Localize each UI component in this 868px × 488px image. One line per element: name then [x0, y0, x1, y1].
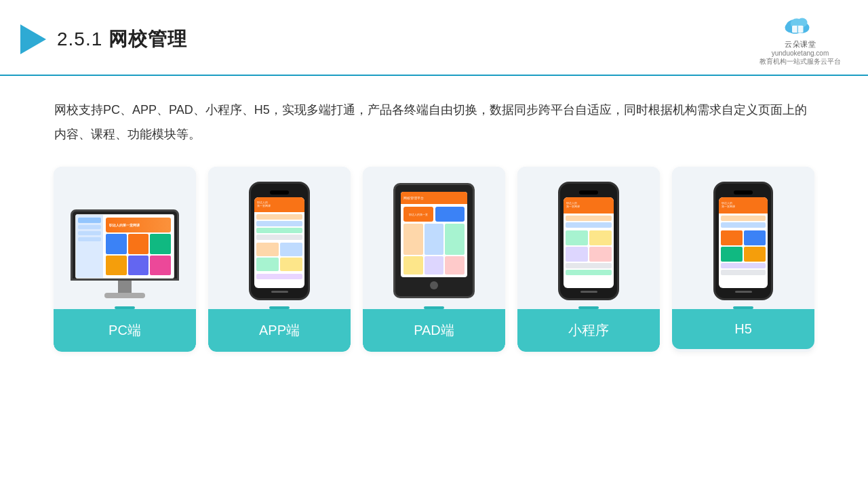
phone-row-h3: [721, 263, 766, 268]
phone-mockup-app: 职达人的第一堂网课: [249, 182, 310, 300]
card-h5: 职达人的第一堂网课: [672, 167, 814, 352]
monitor-mockup: 职达人的第一堂网课: [67, 183, 182, 298]
logo-url: yunduoketang.com: [772, 49, 829, 57]
phone-row-m3: [566, 263, 612, 268]
phone-row-m1: [566, 216, 612, 221]
phone-screen-mini: 职达人的第一堂网课: [564, 197, 614, 288]
monitor-screen-wrap: 职达人的第一堂网课: [71, 209, 179, 281]
tablet-home-button: [430, 281, 438, 289]
phone-row-m4: [566, 270, 612, 275]
card-h5-label: H5: [672, 309, 814, 349]
card-app-image: 职达人的第一堂网课: [208, 167, 351, 309]
phone-row-3: [256, 228, 302, 233]
logo-cloud-icon: [780, 12, 821, 38]
monitor-stand: [118, 281, 132, 293]
phone-row-h2: [721, 222, 766, 228]
phone-content-h5: [719, 214, 768, 288]
phone-row-m2: [566, 222, 612, 228]
phone-header-text-h5: 职达人的第一堂网课: [722, 202, 735, 209]
card-app-label: APP端: [208, 309, 351, 352]
tablet-header-text: 网校管理平台: [403, 196, 424, 200]
card-miniprogram-image: 职达人的第一堂网课: [517, 167, 660, 309]
monitor-screen: 职达人的第一堂网课: [75, 214, 174, 279]
play-icon: [20, 24, 46, 54]
phone-mockup-mini: 职达人的第一堂网课: [558, 182, 619, 300]
card-app: 职达人的第一堂网课: [208, 167, 351, 352]
phone-row-2: [256, 221, 302, 226]
tablet-mockup: 网校管理平台 职达人的第一堂: [393, 183, 475, 298]
logo-name: 云朵课堂: [785, 39, 816, 49]
logo-area: 云朵课堂 yunduoketang.com 教育机构一站式服务云平台: [760, 12, 841, 66]
phone-header-text-mini: 职达人的第一堂网课: [566, 202, 580, 209]
phone-screen: 职达人的第一堂网课: [254, 197, 304, 288]
description-text: 网校支持PC、APP、PAD、小程序、H5，实现多端打通，产品各终端自由切换，数…: [0, 76, 868, 153]
phone-row-h1: [721, 216, 766, 221]
phone-row-h4: [721, 270, 766, 275]
tablet-header-bar: 网校管理平台: [401, 192, 467, 204]
logo-slogan: 教育机构一站式服务云平台: [760, 57, 841, 66]
phone-header-mini: 职达人的第一堂网课: [564, 197, 614, 214]
phone-bottom-bar-h5: [735, 291, 752, 293]
phone-mockup-h5: 职达人的第一堂网课: [713, 182, 773, 300]
phone-row-4: [256, 235, 302, 240]
phone-header-text: 职达人的第一堂网课: [257, 201, 271, 208]
header-left: 2.5.1 网校管理: [20, 24, 187, 54]
card-miniprogram-label: 小程序: [517, 309, 660, 352]
card-pad-image: 网校管理平台 职达人的第一堂: [363, 167, 505, 309]
card-pad: 网校管理平台 职达人的第一堂: [363, 167, 505, 352]
phone-notch-mini: [579, 190, 598, 195]
phone-content: [254, 212, 304, 288]
tablet-screen: 网校管理平台 职达人的第一堂: [401, 192, 467, 277]
card-h5-image: 职达人的第一堂网课: [672, 167, 814, 309]
phone-bottom-bar: [271, 291, 288, 293]
card-pad-label: PAD端: [363, 309, 505, 352]
phone-bottom-bar-mini: [580, 291, 597, 293]
card-pc: 职达人的第一堂网课: [54, 167, 196, 352]
page-title: 2.5.1 网校管理: [57, 26, 187, 52]
phone-row-5: [256, 274, 302, 279]
phone-header-h5: 职达人的第一堂网课: [719, 197, 768, 214]
cards-container: 职达人的第一堂网课: [0, 153, 868, 352]
phone-notch: [270, 190, 289, 195]
phone-content-mini: [564, 214, 614, 288]
card-miniprogram: 职达人的第一堂网课: [517, 167, 660, 352]
tablet-screen-inner: 网校管理平台 职达人的第一堂: [401, 192, 467, 277]
phone-header: 职达人的第一堂网课: [254, 197, 304, 212]
monitor-base: [104, 293, 145, 298]
monitor-sidebar: [76, 215, 103, 278]
header: 2.5.1 网校管理 云朵课堂 yunduoketang.com 教育机构一站式…: [0, 0, 868, 76]
phone-row-1: [256, 214, 302, 220]
card-pc-image: 职达人的第一堂网课: [54, 167, 196, 309]
phone-screen-h5: 职达人的第一堂网课: [719, 197, 768, 288]
phone-notch-h5: [734, 190, 753, 195]
card-pc-label: PC端: [54, 309, 196, 352]
